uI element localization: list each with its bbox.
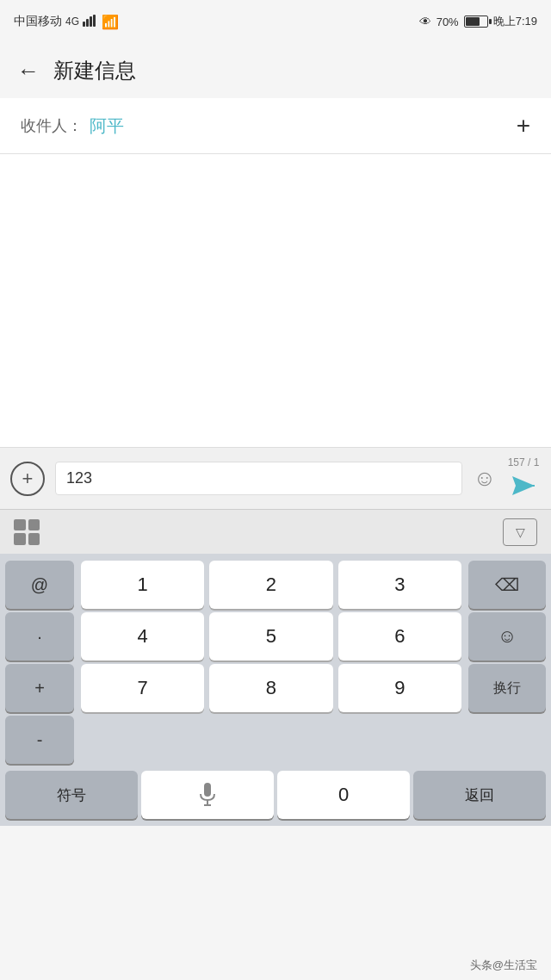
eye-icon: 👁 xyxy=(419,15,431,28)
add-recipient-button[interactable]: + xyxy=(517,114,530,138)
key-6[interactable]: 6 xyxy=(338,612,461,661)
recipient-row: 收件人： 阿平 + xyxy=(0,98,551,154)
key-backspace[interactable]: ⌫ xyxy=(468,561,546,609)
input-row: + ☺ 157 / 1 xyxy=(0,447,551,509)
key-8[interactable]: 8 xyxy=(209,664,332,712)
svg-rect-2 xyxy=(90,16,92,27)
key-back[interactable]: 返回 xyxy=(413,771,546,819)
key-dot[interactable]: · xyxy=(5,612,74,661)
key-newline[interactable]: 换行 xyxy=(468,664,546,712)
keyboard-left-col: @ · + - xyxy=(5,561,74,764)
battery-percent: 70% xyxy=(436,16,459,28)
wifi-icon: 📶 xyxy=(102,14,119,30)
message-input[interactable] xyxy=(55,462,462,495)
chevron-down-icon: ▽ xyxy=(516,525,525,539)
back-button[interactable]: ← xyxy=(17,59,40,82)
keyboard-bottom-row: 符号 0 返回 xyxy=(0,767,551,822)
watermark: 头条@生活宝 xyxy=(470,958,537,973)
carrier-label: 中国移动 xyxy=(14,14,62,29)
key-plus[interactable]: + xyxy=(5,664,74,712)
send-button[interactable] xyxy=(506,470,541,501)
send-area: 157 / 1 xyxy=(506,456,541,501)
battery-icon xyxy=(464,16,488,28)
key-7[interactable]: 7 xyxy=(81,664,204,712)
key-3[interactable]: 3 xyxy=(338,561,461,609)
key-9[interactable]: 9 xyxy=(338,664,461,712)
key-1[interactable]: 1 xyxy=(81,561,204,609)
char-count: 157 / 1 xyxy=(508,456,540,468)
keyboard-middle-col: 1 2 3 4 5 6 7 8 9 xyxy=(77,561,465,764)
attach-button[interactable]: + xyxy=(10,462,45,496)
time-label: 晚上7:19 xyxy=(493,14,537,29)
emoji-button[interactable]: ☺ xyxy=(473,465,496,492)
key-2[interactable]: 2 xyxy=(209,561,332,609)
keyboard-toolbar: ▽ xyxy=(0,509,551,554)
status-bar: 中国移动 4G 📶 👁 70% 晚上7:19 xyxy=(0,0,551,43)
status-right: 👁 70% 晚上7:19 xyxy=(419,14,537,29)
page-title: 新建信息 xyxy=(53,57,534,84)
keyboard-right-col: ⌫ ☺ 换行 xyxy=(468,561,546,764)
recipient-name[interactable]: 阿平 xyxy=(90,115,510,138)
key-mic[interactable] xyxy=(141,771,274,819)
key-symbol[interactable]: 符号 xyxy=(5,771,138,819)
signal-icon xyxy=(83,15,98,29)
svg-rect-6 xyxy=(204,783,211,797)
svg-rect-1 xyxy=(86,19,89,27)
status-left: 中国移动 4G 📶 xyxy=(14,14,119,30)
keyboard: @ · + - 1 2 3 4 5 6 7 8 9 ⌫ xyxy=(0,554,551,826)
key-5[interactable]: 5 xyxy=(209,612,332,661)
message-area[interactable] xyxy=(0,154,551,447)
key-at[interactable]: @ xyxy=(5,561,74,609)
key-minus[interactable]: - xyxy=(5,716,74,764)
recipient-label: 收件人： xyxy=(21,115,83,136)
grid-button[interactable] xyxy=(14,519,40,545)
key-emoji-keyboard[interactable]: ☺ xyxy=(468,612,546,661)
key-4[interactable]: 4 xyxy=(81,612,204,661)
svg-rect-0 xyxy=(83,22,85,27)
svg-rect-3 xyxy=(93,15,96,27)
signal-4g-label: 4G xyxy=(65,16,79,28)
header: ← 新建信息 xyxy=(0,43,551,98)
key-zero[interactable]: 0 xyxy=(277,771,410,819)
collapse-keyboard-button[interactable]: ▽ xyxy=(503,518,537,546)
